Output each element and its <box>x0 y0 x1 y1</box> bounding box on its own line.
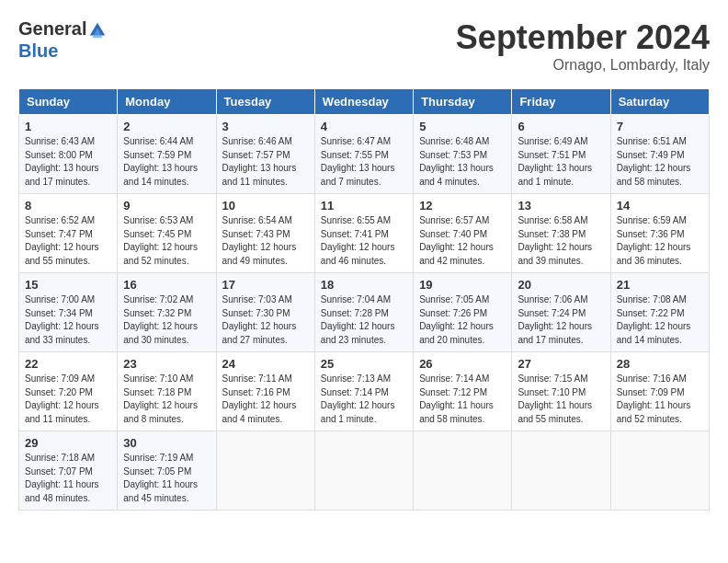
day-info: Sunrise: 6:57 AMSunset: 7:40 PMDaylight:… <box>419 214 506 268</box>
calendar-week-row: 8 Sunrise: 6:52 AMSunset: 7:47 PMDayligh… <box>19 194 710 273</box>
day-number: 29 <box>25 436 111 450</box>
table-row: 16 Sunrise: 7:02 AMSunset: 7:32 PMDaylig… <box>118 273 216 352</box>
day-number: 16 <box>123 278 210 292</box>
table-row: 20 Sunrise: 7:06 AMSunset: 7:24 PMDaylig… <box>512 273 610 352</box>
table-row: 15 Sunrise: 7:00 AMSunset: 7:34 PMDaylig… <box>19 273 118 352</box>
table-row: 8 Sunrise: 6:52 AMSunset: 7:47 PMDayligh… <box>19 194 118 273</box>
day-number: 20 <box>518 278 604 292</box>
table-row: 13 Sunrise: 6:58 AMSunset: 7:38 PMDaylig… <box>512 194 610 273</box>
day-info: Sunrise: 6:52 AMSunset: 7:47 PMDaylight:… <box>25 214 111 268</box>
day-info: Sunrise: 6:46 AMSunset: 7:57 PMDaylight:… <box>222 135 309 189</box>
day-info: Sunrise: 7:14 AMSunset: 7:12 PMDaylight:… <box>419 373 506 426</box>
day-number: 3 <box>222 120 309 133</box>
day-info: Sunrise: 7:10 AMSunset: 7:18 PMDaylight:… <box>123 373 210 426</box>
day-number: 25 <box>321 357 407 371</box>
calendar-week-row: 1 Sunrise: 6:43 AMSunset: 8:00 PMDayligh… <box>19 115 710 194</box>
table-row: 17 Sunrise: 7:03 AMSunset: 7:30 PMDaylig… <box>216 273 314 352</box>
table-row: 12 Sunrise: 6:57 AMSunset: 7:40 PMDaylig… <box>414 194 512 273</box>
day-info: Sunrise: 7:16 AMSunset: 7:09 PMDaylight:… <box>617 373 703 426</box>
calendar-table: Sunday Monday Tuesday Wednesday Thursday… <box>18 88 710 511</box>
header-saturday: Saturday <box>610 89 709 115</box>
day-number: 18 <box>321 278 407 292</box>
day-number: 30 <box>123 436 210 450</box>
logo: General Blue <box>18 18 108 61</box>
table-row: 27 Sunrise: 7:15 AMSunset: 7:10 PMDaylig… <box>512 352 610 431</box>
table-row: 24 Sunrise: 7:11 AMSunset: 7:16 PMDaylig… <box>216 352 314 431</box>
day-info: Sunrise: 7:11 AMSunset: 7:16 PMDaylight:… <box>222 373 309 426</box>
day-info: Sunrise: 6:51 AMSunset: 7:49 PMDaylight:… <box>617 135 703 189</box>
day-info: Sunrise: 6:49 AMSunset: 7:51 PMDaylight:… <box>518 135 604 189</box>
day-info: Sunrise: 6:43 AMSunset: 8:00 PMDaylight:… <box>25 135 111 189</box>
day-number: 10 <box>222 199 309 213</box>
day-info: Sunrise: 7:05 AMSunset: 7:26 PMDaylight:… <box>419 293 506 347</box>
table-row: 28 Sunrise: 7:16 AMSunset: 7:09 PMDaylig… <box>610 352 709 431</box>
day-number: 13 <box>518 199 604 213</box>
table-row: 2 Sunrise: 6:44 AMSunset: 7:59 PMDayligh… <box>118 115 216 194</box>
table-row: 3 Sunrise: 6:46 AMSunset: 7:57 PMDayligh… <box>216 115 314 194</box>
day-info: Sunrise: 7:19 AMSunset: 7:05 PMDaylight:… <box>123 452 210 505</box>
header-monday: Monday <box>118 89 216 115</box>
day-info: Sunrise: 6:53 AMSunset: 7:45 PMDaylight:… <box>123 214 210 268</box>
day-info: Sunrise: 7:06 AMSunset: 7:24 PMDaylight:… <box>518 293 604 347</box>
table-row: 10 Sunrise: 6:54 AMSunset: 7:43 PMDaylig… <box>216 194 314 273</box>
table-row <box>512 431 610 511</box>
title-block: September 2024 Ornago, Lombardy, Italy <box>456 18 710 74</box>
day-info: Sunrise: 7:02 AMSunset: 7:32 PMDaylight:… <box>123 293 210 347</box>
day-info: Sunrise: 6:58 AMSunset: 7:38 PMDaylight:… <box>518 214 604 268</box>
day-number: 1 <box>25 120 111 133</box>
day-number: 2 <box>123 120 210 133</box>
calendar-header-row: Sunday Monday Tuesday Wednesday Thursday… <box>19 89 710 115</box>
day-number: 17 <box>222 278 309 292</box>
logo-text: General Blue <box>18 18 108 61</box>
day-info: Sunrise: 7:03 AMSunset: 7:30 PMDaylight:… <box>222 293 309 347</box>
day-number: 22 <box>25 357 111 371</box>
table-row: 29 Sunrise: 7:18 AMSunset: 7:07 PMDaylig… <box>19 431 118 511</box>
page-header: General Blue September 2024 Ornago, Lomb… <box>18 18 710 74</box>
month-title: September 2024 <box>456 18 710 57</box>
table-row: 18 Sunrise: 7:04 AMSunset: 7:28 PMDaylig… <box>314 273 413 352</box>
day-info: Sunrise: 6:48 AMSunset: 7:53 PMDaylight:… <box>419 135 506 189</box>
table-row: 25 Sunrise: 7:13 AMSunset: 7:14 PMDaylig… <box>314 352 413 431</box>
day-number: 4 <box>321 120 407 133</box>
table-row <box>414 431 512 511</box>
day-number: 7 <box>617 120 703 133</box>
day-number: 23 <box>123 357 210 371</box>
table-row: 9 Sunrise: 6:53 AMSunset: 7:45 PMDayligh… <box>118 194 216 273</box>
table-row <box>610 431 709 511</box>
day-number: 15 <box>25 278 111 292</box>
day-number: 11 <box>321 199 407 213</box>
day-info: Sunrise: 7:08 AMSunset: 7:22 PMDaylight:… <box>617 293 703 347</box>
day-info: Sunrise: 7:15 AMSunset: 7:10 PMDaylight:… <box>518 373 604 426</box>
day-info: Sunrise: 7:18 AMSunset: 7:07 PMDaylight:… <box>25 452 111 505</box>
table-row: 4 Sunrise: 6:47 AMSunset: 7:55 PMDayligh… <box>314 115 413 194</box>
table-row: 6 Sunrise: 6:49 AMSunset: 7:51 PMDayligh… <box>512 115 610 194</box>
day-info: Sunrise: 6:55 AMSunset: 7:41 PMDaylight:… <box>321 214 407 268</box>
day-number: 8 <box>25 199 111 213</box>
table-row <box>314 431 413 511</box>
table-row: 5 Sunrise: 6:48 AMSunset: 7:53 PMDayligh… <box>414 115 512 194</box>
table-row: 21 Sunrise: 7:08 AMSunset: 7:22 PMDaylig… <box>610 273 709 352</box>
day-number: 5 <box>419 120 506 133</box>
day-info: Sunrise: 6:44 AMSunset: 7:59 PMDaylight:… <box>123 135 210 189</box>
day-info: Sunrise: 7:09 AMSunset: 7:20 PMDaylight:… <box>25 373 111 426</box>
day-number: 24 <box>222 357 309 371</box>
header-wednesday: Wednesday <box>314 89 413 115</box>
day-number: 21 <box>617 278 703 292</box>
day-number: 27 <box>518 357 604 371</box>
location: Ornago, Lombardy, Italy <box>456 57 710 74</box>
day-number: 6 <box>518 120 604 133</box>
day-number: 28 <box>617 357 703 371</box>
table-row: 30 Sunrise: 7:19 AMSunset: 7:05 PMDaylig… <box>118 431 216 511</box>
day-number: 12 <box>419 199 506 213</box>
day-info: Sunrise: 7:13 AMSunset: 7:14 PMDaylight:… <box>321 373 407 426</box>
header-friday: Friday <box>512 89 610 115</box>
day-number: 9 <box>123 199 210 213</box>
day-info: Sunrise: 7:00 AMSunset: 7:34 PMDaylight:… <box>25 293 111 347</box>
calendar-week-row: 15 Sunrise: 7:00 AMSunset: 7:34 PMDaylig… <box>19 273 710 352</box>
day-info: Sunrise: 6:59 AMSunset: 7:36 PMDaylight:… <box>617 214 703 268</box>
day-number: 14 <box>617 199 703 213</box>
day-info: Sunrise: 6:54 AMSunset: 7:43 PMDaylight:… <box>222 214 309 268</box>
table-row: 19 Sunrise: 7:05 AMSunset: 7:26 PMDaylig… <box>414 273 512 352</box>
day-info: Sunrise: 6:47 AMSunset: 7:55 PMDaylight:… <box>321 135 407 189</box>
calendar-week-row: 22 Sunrise: 7:09 AMSunset: 7:20 PMDaylig… <box>19 352 710 431</box>
